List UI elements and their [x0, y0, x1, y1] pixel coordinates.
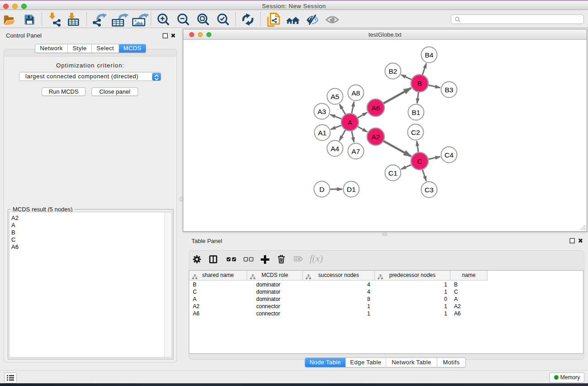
svg-text:A1: A1: [318, 129, 327, 137]
svg-text:C2: C2: [411, 129, 420, 136]
svg-text:B4: B4: [425, 51, 434, 59]
svg-text:A5: A5: [331, 93, 339, 100]
svg-text:A7: A7: [352, 148, 360, 155]
svg-text:B3: B3: [445, 86, 454, 94]
svg-text:C1: C1: [388, 169, 397, 177]
svg-text:C3: C3: [425, 186, 434, 194]
svg-text:B1: B1: [412, 109, 421, 116]
svg-text:B2: B2: [389, 67, 397, 75]
svg-text:A2: A2: [372, 133, 380, 141]
svg-text:A: A: [348, 119, 353, 126]
svg-text:D: D: [319, 186, 324, 193]
svg-text:C4: C4: [445, 151, 454, 159]
svg-text:A4: A4: [331, 145, 339, 152]
svg-text:B: B: [417, 80, 422, 87]
svg-text:C: C: [417, 157, 422, 165]
svg-text:D1: D1: [347, 186, 356, 193]
svg-text:A6: A6: [372, 104, 380, 112]
svg-text:A3: A3: [318, 108, 326, 115]
svg-text:A8: A8: [352, 89, 360, 97]
